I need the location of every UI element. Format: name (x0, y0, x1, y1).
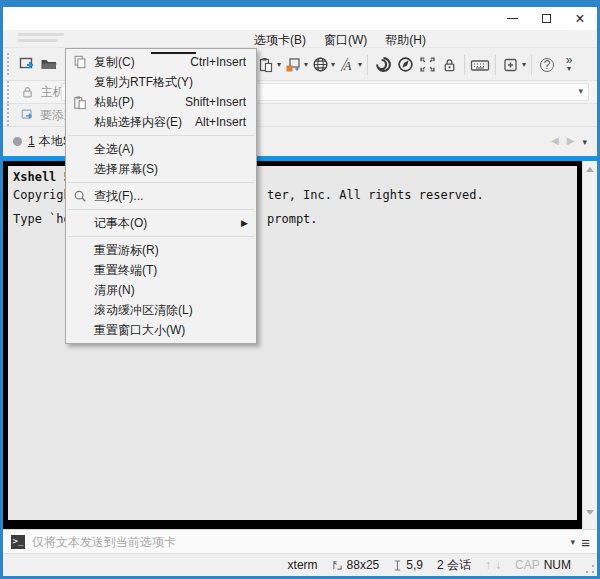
terminal-scrollbar[interactable] (582, 161, 597, 529)
scroll-up-icon[interactable] (586, 167, 594, 172)
quick-add-grip[interactable] (7, 104, 13, 126)
caps-lock-indicator: CAP (515, 558, 540, 572)
layout-dropdown-icon[interactable] (283, 55, 303, 75)
window-frame: × 选项卡(B) 窗口(W) 帮助(H) (0, 0, 600, 579)
lock-icon[interactable] (439, 55, 459, 75)
paste-caret[interactable]: ▾ (277, 60, 281, 69)
menu-separator (68, 182, 254, 183)
terminal-size: 88x25 (332, 558, 380, 572)
copy-icon (66, 55, 94, 69)
menu-item-select-screen[interactable]: 选择屏幕(S) (66, 159, 256, 179)
menu-separator (68, 236, 254, 237)
num-lock-indicator: NUM (544, 558, 571, 572)
tab-list-caret[interactable]: ▾ (582, 137, 587, 147)
tab-prev-icon[interactable]: ◀ (551, 135, 559, 146)
menu-item-paste-selection[interactable]: 粘贴选择内容(E) Alt+Insert (66, 112, 256, 132)
send-text-icon: >_ (11, 535, 25, 549)
add-session-icon (17, 105, 37, 125)
scroll-down-icon[interactable] (586, 510, 594, 515)
compose-input[interactable] (32, 535, 570, 549)
tab-next-icon[interactable]: ▶ (567, 135, 575, 146)
tab-status-icon (13, 137, 22, 146)
close-button[interactable]: × (563, 8, 597, 29)
obscured-menu-items (18, 33, 64, 45)
minimize-button[interactable] (495, 8, 529, 29)
compose-bar: >_ ▾ ≡ (3, 529, 597, 554)
menu-separator (68, 209, 254, 210)
position-icon (393, 560, 402, 571)
globe-dropdown-icon[interactable] (310, 55, 330, 75)
help-icon[interactable]: ? (537, 55, 557, 75)
layout-caret[interactable]: ▾ (304, 60, 308, 69)
find-icon (66, 189, 94, 203)
compose-menu-icon[interactable]: ≡ (581, 534, 590, 551)
host-dropdown-caret[interactable]: ▾ (578, 86, 583, 96)
status-bar: xterm 88x25 5,9 2 会话 ↑ ↓ CAP NUM (3, 554, 597, 576)
menu-item-copy[interactable]: 复制(C) Ctrl+Insert (66, 52, 256, 72)
menu-bar: 选项卡(B) 窗口(W) 帮助(H) (3, 30, 597, 48)
overflow-chevrons-icon[interactable]: »▾ (559, 55, 579, 75)
titlebar: × (3, 7, 597, 30)
globe-caret[interactable]: ▾ (331, 60, 335, 69)
menu-item-select-all[interactable]: 全选(A) (66, 139, 256, 159)
menu-item-reset-terminal[interactable]: 重置终端(T) (66, 260, 256, 280)
menu-item-reset-window-size[interactable]: 重置窗口大小(W) (66, 320, 256, 340)
compose-caret[interactable]: ▾ (570, 537, 575, 547)
screenshot-artifact-line (151, 52, 196, 54)
compass-icon[interactable] (395, 55, 415, 75)
open-folder-icon[interactable] (39, 54, 59, 74)
terminal-banner-line: Xshell 5 (13, 170, 71, 184)
font-dropdown-icon[interactable]: A (337, 55, 357, 75)
terminal-type: xterm (288, 558, 318, 572)
menu-item-find[interactable]: 查找(F)... (66, 186, 256, 206)
submenu-arrow-icon: ▶ (241, 218, 256, 228)
paste-dropdown-icon[interactable] (256, 55, 276, 75)
terminal-help-right: prompt. (267, 212, 318, 226)
menu-item-reset-cursor[interactable]: 重置游标(R) (66, 240, 256, 260)
svg-text:A: A (343, 59, 352, 73)
close-icon: × (575, 11, 584, 27)
font-caret[interactable]: ▾ (358, 60, 362, 69)
scroll-bottom-icon[interactable]: ↓ (495, 558, 501, 572)
menu-item-clear-scrollback[interactable]: 滚动缓冲区清除(L) (66, 300, 256, 320)
cursor-position: 5,9 (393, 558, 423, 572)
fullscreen-icon[interactable] (417, 55, 437, 75)
menu-item-paste[interactable]: 粘贴(P) Shift+Insert (66, 92, 256, 112)
terminal-copyright-right: ter, Inc. All rights reserved. (267, 188, 484, 202)
xshell-window: × 选项卡(B) 窗口(W) 帮助(H) (3, 7, 597, 576)
new-window-dropdown-icon[interactable] (501, 55, 521, 75)
resize-grip[interactable] (586, 565, 594, 573)
address-bar-grip[interactable] (7, 81, 13, 103)
keyboard-icon[interactable] (470, 55, 490, 75)
new-session-icon[interactable] (17, 54, 37, 74)
menu-tabs[interactable]: 选项卡(B) (245, 30, 315, 47)
menu-window[interactable]: 窗口(W) (315, 30, 376, 47)
swirl-icon[interactable] (373, 55, 393, 75)
menu-item-notepad[interactable]: 记事本(O) ▶ (66, 213, 256, 233)
edit-context-menu: 复制(C) Ctrl+Insert 复制为RTF格式(Y) 粘贴(P) Shif… (65, 48, 257, 344)
session-count[interactable]: 2 会话 (437, 557, 471, 574)
host-lock-icon (17, 82, 37, 102)
maximize-icon (542, 14, 551, 23)
paste-icon (66, 95, 94, 110)
menu-help[interactable]: 帮助(H) (376, 30, 435, 47)
menu-item-copy-rtf[interactable]: 复制为RTF格式(Y) (66, 72, 256, 92)
size-icon (332, 560, 343, 571)
scroll-top-icon[interactable]: ↑ (485, 558, 491, 572)
new-window-caret[interactable]: ▾ (522, 60, 526, 69)
minimize-icon (507, 18, 518, 19)
menu-separator (68, 135, 254, 136)
maximize-button[interactable] (529, 8, 563, 29)
toolbar-grip[interactable] (7, 53, 13, 75)
menu-item-clear-screen[interactable]: 清屏(N) (66, 280, 256, 300)
